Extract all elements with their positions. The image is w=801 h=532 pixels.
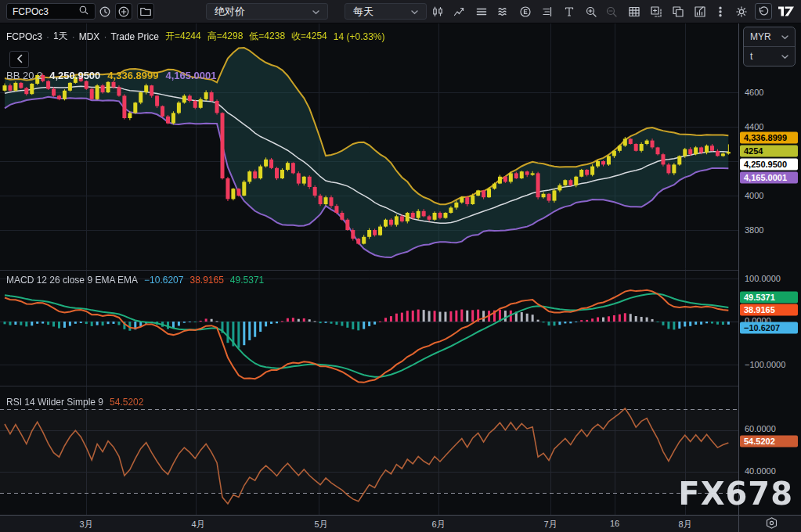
candles-icon[interactable] <box>429 3 446 20</box>
circle-e-icon[interactable] <box>517 3 534 20</box>
symbol-name: FCPOc3 <box>13 6 74 17</box>
tv-logo-icon <box>778 3 795 20</box>
time-axis-label: 4月 <box>191 519 204 530</box>
bb-basis-value: 4,250.9500 <box>49 70 100 81</box>
time-axis-label: 5月 <box>314 519 327 530</box>
plus-icon[interactable] <box>115 3 132 20</box>
measure-icon[interactable] <box>539 3 556 20</box>
axis-tick: −100.0000 <box>745 360 785 369</box>
bb-basis-price-label: 4,250.9500 <box>740 159 798 171</box>
time-axis-label: 3月 <box>79 519 92 530</box>
clock-icon[interactable] <box>96 3 114 20</box>
bb-label: BB 20 2 <box>6 70 42 81</box>
bb-upper-price-label: 4,336.8999 <box>740 132 798 144</box>
unit-select[interactable]: t <box>744 46 795 66</box>
macd-signal-label: 49.5371 <box>740 292 798 304</box>
legend-low: 低=4238 <box>249 30 285 43</box>
legend-high: 高=4298 <box>207 30 244 43</box>
chart-region: FCPOc3 · 1天 · MDX · Trade Price 开=4244 高… <box>0 23 738 515</box>
legend-change: 14 (+0.33%) <box>334 31 385 42</box>
macd-hist-label: −10.6207 <box>740 322 798 334</box>
chevron-down-icon <box>781 51 788 62</box>
more-dots-icon[interactable] <box>712 3 729 20</box>
trading-chart-app: FCPOc3 绝对价 每天 FCPOc3 · 1天 · MDX · Trade … <box>0 0 801 532</box>
time-axis-label: 8月 <box>678 519 691 530</box>
symbol-legend: FCPOc3 · 1天 · MDX · Trade Price 开=4244 高… <box>6 30 384 43</box>
trend-icon[interactable] <box>451 3 468 20</box>
macd-line-value: 38.9165 <box>189 275 223 286</box>
chevron-down-icon <box>781 31 788 42</box>
time-axis-label: 16 <box>610 519 619 528</box>
price-axis[interactable]: MYR t 4600440040003800100.00000.0000−100… <box>738 23 801 515</box>
settings-icon[interactable] <box>733 3 750 20</box>
bb-upper-value: 4,336.8999 <box>107 70 158 81</box>
bb-lower-price-label: 4,165.0001 <box>740 172 798 184</box>
axis-tick: 4600 <box>745 88 763 97</box>
time-axis-label: 7月 <box>543 519 557 530</box>
last-price-label: 4254 <box>740 146 798 157</box>
layers-icon[interactable] <box>473 3 490 20</box>
collapse-legend-button[interactable] <box>9 51 29 68</box>
macd-line-label: 38.9165 <box>740 304 798 316</box>
time-axis-label: 6月 <box>431 519 445 530</box>
watermark: FX678 <box>678 476 793 512</box>
chevron-down-icon <box>312 5 319 17</box>
axis-tick: 40.0000 <box>745 466 776 476</box>
rsi-legend: RSI 14 Wilder Simple 9 54.5202 <box>6 397 143 408</box>
axis-corner-divider <box>738 516 739 532</box>
price-chart-canvas[interactable] <box>0 23 738 515</box>
bb-legend: BB 20 2 4,250.9500 4,336.8999 4,165.0001 <box>6 70 217 81</box>
price-mode-select[interactable]: 绝对价 <box>206 3 328 20</box>
waves-icon[interactable] <box>495 3 512 20</box>
chart-panel-icon[interactable] <box>691 3 709 20</box>
unit-value: t <box>750 51 752 62</box>
axis-tick: 4000 <box>745 191 763 200</box>
legend-series-type: Trade Price <box>110 31 159 42</box>
zoom-out-icon[interactable] <box>603 3 620 20</box>
macd-signal-value: 49.5371 <box>230 275 264 286</box>
legend-interval: 1天 <box>53 30 68 43</box>
folder-icon[interactable] <box>137 3 154 20</box>
legend-close: 收=4254 <box>291 30 327 43</box>
legend-symbol: FCPOc3 <box>6 31 42 42</box>
hexagon-settings-icon <box>765 516 778 532</box>
add-pane-icon[interactable] <box>648 3 665 20</box>
chevron-left-icon <box>16 52 23 66</box>
interval-select[interactable]: 每天 <box>345 3 427 20</box>
search-icon <box>78 5 89 19</box>
currency-value: MYR <box>750 31 771 42</box>
legend-exchange: MDX <box>79 31 100 42</box>
macd-legend: MACD 12 26 close 9 EMA EMA −10.6207 38.9… <box>6 275 264 286</box>
chart-properties-button[interactable] <box>764 517 778 531</box>
axis-tick: 4400 <box>745 122 763 131</box>
rsi-value: 54.5202 <box>110 397 143 408</box>
chevron-down-icon <box>411 5 418 17</box>
axis-tick: 60.0000 <box>745 424 776 433</box>
bb-lower-value: 4,165.0001 <box>165 70 216 81</box>
currency-select[interactable]: MYR <box>744 27 795 46</box>
time-axis[interactable]: 3月4月5月6月7月168月 <box>0 515 801 532</box>
rsi-label: RSI 14 Wilder Simple 9 <box>6 397 103 408</box>
copy-icon[interactable] <box>669 3 687 20</box>
top-toolbar: FCPOc3 绝对价 每天 <box>0 0 801 23</box>
axis-tick: 100.0000 <box>745 274 781 283</box>
table-icon[interactable] <box>626 3 643 20</box>
macd-hist-value: −10.6207 <box>144 275 183 286</box>
text-tool-icon[interactable] <box>561 3 578 20</box>
macd-label: MACD 12 26 close 9 EMA EMA <box>6 275 138 286</box>
price-mode-value: 绝对价 <box>215 5 245 19</box>
legend-open: 开=4244 <box>165 30 201 43</box>
interval-value: 每天 <box>353 5 373 19</box>
currency-unit-widget: MYR t <box>743 27 796 66</box>
zoom-in-icon[interactable] <box>583 3 600 20</box>
undo-icon[interactable] <box>755 3 772 20</box>
axis-tick: 3800 <box>745 225 763 235</box>
symbol-search-button[interactable]: FCPOc3 <box>6 3 96 20</box>
rsi-value-label: 54.5202 <box>740 436 798 448</box>
